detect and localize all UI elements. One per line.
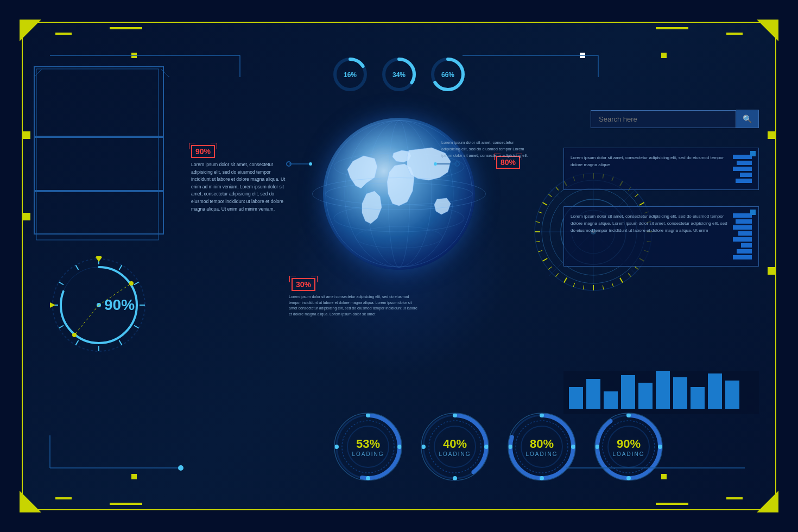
- bar-4: [621, 375, 635, 409]
- search-input[interactable]: [591, 110, 736, 128]
- right-center-text: Lorem ipsum dolor sit amet, consectetur …: [441, 140, 528, 159]
- right-center-text-content: Lorem ipsum dolor sit amet, consectetur …: [441, 140, 528, 159]
- bracket-label-30: 30%: [292, 278, 315, 291]
- svg-line-78: [542, 202, 547, 205]
- svg-point-122: [626, 476, 631, 480]
- left-gauge-value: 90%: [104, 296, 135, 314]
- bottom-text-content: Lorem ipsum dolor sit amet consectetur a…: [289, 294, 419, 317]
- loading-label-40: LOADING: [439, 451, 471, 457]
- gauge-16: 16%: [331, 55, 369, 93]
- notch-bottom-right: [726, 497, 743, 499]
- svg-point-114: [508, 445, 512, 449]
- globe-area: [304, 99, 494, 289]
- notch-top-right2: [656, 27, 688, 29]
- svg-line-22: [59, 326, 64, 328]
- bar-5: [638, 383, 653, 409]
- svg-line-15: [119, 265, 122, 270]
- sq-accent-6: [23, 131, 30, 139]
- svg-point-137: [178, 465, 183, 471]
- svg-line-25: [76, 265, 79, 270]
- svg-line-63: [620, 278, 623, 283]
- svg-point-30: [129, 281, 134, 286]
- svg-line-73: [539, 250, 543, 252]
- svg-line-10: [34, 69, 42, 77]
- svg-line-71: [548, 267, 552, 269]
- svg-point-124: [658, 445, 662, 449]
- sq-accent-4: [131, 474, 137, 479]
- corner-bl: [20, 491, 41, 512]
- bottom-bar-chart: [563, 371, 759, 414]
- bar-3: [604, 391, 618, 409]
- svg-line-79: [548, 194, 552, 197]
- svg-line-21: [76, 340, 79, 345]
- loading-label-90: LOADING: [612, 451, 644, 457]
- sq-accent-7: [23, 213, 30, 220]
- svg-point-32: [72, 333, 77, 337]
- sq-accent-1: [131, 53, 137, 58]
- loading-gauge-40: 40% LOADING: [420, 411, 490, 482]
- svg-point-96: [334, 445, 339, 449]
- svg-line-11: [161, 69, 169, 77]
- svg-line-65: [603, 285, 603, 289]
- search-button[interactable]: 🔍: [736, 110, 759, 128]
- panel2-text: Lorem ipsum dolor sit amet, consectetur …: [571, 213, 727, 259]
- notch-top-left2: [110, 27, 142, 29]
- notch-top-right: [726, 33, 743, 35]
- loading-gauge-90: 90% LOADING: [593, 411, 664, 482]
- svg-line-77: [539, 212, 543, 213]
- panel1-bars: [733, 155, 752, 183]
- svg-line-62: [628, 274, 631, 277]
- info-panel-1: Lorem ipsum dolor sit amet, consectetur …: [563, 148, 759, 190]
- svg-line-67: [583, 285, 584, 289]
- svg-marker-33: [50, 302, 55, 308]
- bar-2: [586, 379, 600, 409]
- svg-point-103: [453, 413, 457, 417]
- svg-point-104: [453, 476, 457, 480]
- left-blueprint-panel: [34, 66, 169, 256]
- search-bar[interactable]: 🔍: [591, 110, 759, 128]
- bar-6: [656, 371, 670, 409]
- sq-accent-9: [768, 267, 775, 275]
- text-panel-left: Lorem ipsum dolor sit amet, consectetur …: [191, 161, 286, 213]
- sq-accent-2: [661, 53, 667, 58]
- sq-accent-8: [768, 131, 775, 139]
- svg-point-106: [484, 445, 489, 449]
- hud-container: 16% 34% 66%: [22, 22, 776, 510]
- svg-line-70: [556, 274, 559, 277]
- bracket-label-90: 90%: [191, 145, 215, 158]
- svg-point-42: [356, 226, 442, 248]
- svg-point-115: [571, 445, 575, 449]
- left-radar-gauge: 90%: [45, 251, 153, 359]
- svg-text:66%: 66%: [441, 71, 454, 79]
- corner-tr: [757, 20, 778, 41]
- bottom-text-panel: Lorem ipsum dolor sit amet consectetur a…: [289, 294, 419, 317]
- svg-point-97: [397, 445, 402, 449]
- svg-line-19: [119, 340, 122, 345]
- svg-point-123: [595, 445, 599, 449]
- gauge-34: 34%: [380, 55, 418, 93]
- loading-gauge-80: 80% LOADING: [506, 411, 577, 482]
- svg-text:34%: 34%: [392, 71, 406, 79]
- bar-8: [691, 387, 705, 409]
- svg-point-113: [540, 476, 544, 480]
- loading-value-40: 40%: [443, 437, 467, 451]
- svg-rect-9: [36, 69, 159, 240]
- svg-point-95: [366, 476, 370, 480]
- svg-line-72: [542, 258, 547, 261]
- loading-label-80: LOADING: [525, 451, 558, 457]
- svg-text:16%: 16%: [344, 71, 357, 79]
- svg-point-131: [287, 162, 291, 166]
- svg-line-64: [612, 283, 613, 287]
- panel1-text: Lorem ipsum dolor sit amet, consectetur …: [571, 155, 727, 183]
- svg-line-18: [134, 326, 139, 328]
- svg-line-69: [564, 278, 567, 283]
- notch-bottom-right2: [656, 503, 688, 505]
- loading-gauge-53: 53% LOADING: [333, 411, 403, 482]
- svg-line-61: [635, 267, 638, 269]
- loading-value-90: 90%: [617, 437, 641, 451]
- panel2-icon: [750, 210, 756, 215]
- svg-point-105: [421, 445, 426, 449]
- svg-line-16: [134, 282, 139, 285]
- bottom-loading-gauges: 53% LOADING 40% LOADING: [333, 411, 664, 482]
- notch-bottom-left2: [110, 503, 142, 505]
